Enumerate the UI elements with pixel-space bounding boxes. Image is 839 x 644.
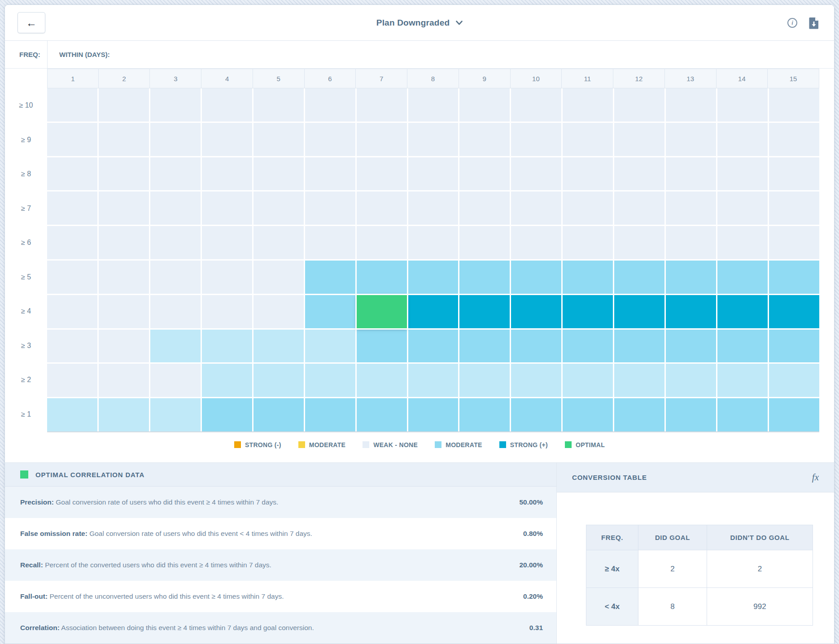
heatmap-cell[interactable] xyxy=(253,191,304,225)
heatmap-cell[interactable] xyxy=(150,191,201,225)
heatmap-cell[interactable] xyxy=(769,398,819,431)
heatmap-cell[interactable] xyxy=(305,398,355,431)
heatmap-cell[interactable] xyxy=(563,88,613,122)
heatmap-cell[interactable] xyxy=(47,157,97,191)
heatmap-cell[interactable] xyxy=(253,261,304,294)
heatmap-cell[interactable] xyxy=(769,88,819,122)
heatmap-cell[interactable] xyxy=(47,364,97,397)
heatmap-cell[interactable] xyxy=(99,123,149,156)
heatmap-cell[interactable] xyxy=(150,157,201,191)
heatmap-cell[interactable] xyxy=(563,295,613,328)
heatmap-cell[interactable] xyxy=(150,364,201,397)
heatmap-cell[interactable] xyxy=(614,330,664,363)
heatmap-cell[interactable] xyxy=(717,123,768,156)
heatmap-cell[interactable] xyxy=(769,295,819,328)
heatmap-cell[interactable] xyxy=(408,295,459,328)
heatmap-cell[interactable] xyxy=(408,226,459,259)
heatmap-cell[interactable] xyxy=(150,398,201,431)
heatmap-cell[interactable] xyxy=(666,364,716,397)
heatmap-cell[interactable] xyxy=(357,123,407,156)
heatmap-cell[interactable] xyxy=(305,226,355,259)
heatmap-cell[interactable] xyxy=(459,364,510,397)
heatmap-cell[interactable] xyxy=(511,398,561,431)
heatmap-cell[interactable] xyxy=(99,364,149,397)
heatmap-cell[interactable] xyxy=(717,398,768,431)
heatmap-cell[interactable] xyxy=(563,261,613,294)
heatmap-cell[interactable] xyxy=(563,123,613,156)
heatmap-cell[interactable] xyxy=(408,330,459,363)
heatmap-cell[interactable] xyxy=(253,364,304,397)
heatmap-cell[interactable] xyxy=(563,226,613,259)
heatmap-cell[interactable] xyxy=(253,157,304,191)
heatmap-cell[interactable] xyxy=(357,88,407,122)
heatmap-cell[interactable] xyxy=(511,191,561,225)
heatmap-cell[interactable] xyxy=(666,295,716,328)
heatmap-cell[interactable] xyxy=(769,330,819,363)
heatmap-cell[interactable] xyxy=(150,330,201,363)
heatmap-cell[interactable] xyxy=(202,330,252,363)
heatmap-cell[interactable] xyxy=(99,398,149,431)
heatmap-cell[interactable] xyxy=(47,191,97,225)
heatmap-cell[interactable] xyxy=(666,157,716,191)
heatmap-cell[interactable] xyxy=(563,330,613,363)
heatmap-cell[interactable] xyxy=(563,398,613,431)
heatmap-cell[interactable] xyxy=(717,330,768,363)
heatmap-cell[interactable] xyxy=(717,157,768,191)
heatmap-cell[interactable] xyxy=(408,398,459,431)
heatmap-cell[interactable] xyxy=(99,295,149,328)
heatmap-cell[interactable] xyxy=(563,157,613,191)
heatmap-cell[interactable] xyxy=(253,88,304,122)
heatmap-optimal-cell[interactable] xyxy=(357,295,407,328)
heatmap-cell[interactable] xyxy=(47,226,97,259)
heatmap-cell[interactable] xyxy=(202,261,252,294)
heatmap-cell[interactable] xyxy=(511,261,561,294)
heatmap-cell[interactable] xyxy=(717,226,768,259)
heatmap-cell[interactable] xyxy=(99,261,149,294)
heatmap-cell[interactable] xyxy=(717,88,768,122)
heatmap-cell[interactable] xyxy=(459,123,510,156)
title-dropdown[interactable]: Plan Downgraded xyxy=(5,5,834,41)
heatmap-cell[interactable] xyxy=(614,398,664,431)
heatmap-cell[interactable] xyxy=(614,88,664,122)
heatmap-cell[interactable] xyxy=(357,261,407,294)
heatmap-cell[interactable] xyxy=(614,157,664,191)
heatmap-cell[interactable] xyxy=(99,226,149,259)
download-icon[interactable] xyxy=(809,17,819,29)
heatmap-cell[interactable] xyxy=(511,88,561,122)
heatmap-cell[interactable] xyxy=(47,330,97,363)
heatmap-cell[interactable] xyxy=(150,88,201,122)
heatmap-cell[interactable] xyxy=(357,398,407,431)
heatmap-cell[interactable] xyxy=(511,295,561,328)
heatmap-cell[interactable] xyxy=(357,330,407,363)
heatmap-cell[interactable] xyxy=(99,88,149,122)
heatmap-cell[interactable] xyxy=(769,123,819,156)
heatmap-cell[interactable] xyxy=(769,261,819,294)
heatmap-cell[interactable] xyxy=(305,330,355,363)
heatmap-cell[interactable] xyxy=(99,191,149,225)
heatmap-cell[interactable] xyxy=(47,123,97,156)
heatmap-cell[interactable] xyxy=(408,88,459,122)
heatmap-cell[interactable] xyxy=(408,364,459,397)
heatmap-cell[interactable] xyxy=(150,295,201,328)
heatmap-cell[interactable] xyxy=(357,364,407,397)
heatmap-cell[interactable] xyxy=(614,191,664,225)
heatmap-cell[interactable] xyxy=(769,191,819,225)
heatmap-cell[interactable] xyxy=(47,398,97,431)
heatmap-cell[interactable] xyxy=(666,261,716,294)
heatmap-cell[interactable] xyxy=(563,364,613,397)
heatmap-cell[interactable] xyxy=(202,364,252,397)
heatmap-cell[interactable] xyxy=(511,123,561,156)
heatmap-cell[interactable] xyxy=(47,88,97,122)
heatmap-cell[interactable] xyxy=(99,330,149,363)
heatmap-cell[interactable] xyxy=(408,157,459,191)
heatmap-cell[interactable] xyxy=(253,398,304,431)
heatmap-cell[interactable] xyxy=(408,191,459,225)
heatmap-cell[interactable] xyxy=(666,398,716,431)
heatmap-cell[interactable] xyxy=(357,191,407,225)
heatmap-cell[interactable] xyxy=(614,295,664,328)
info-icon[interactable]: i xyxy=(787,18,797,28)
heatmap-cell[interactable] xyxy=(357,157,407,191)
heatmap-cell[interactable] xyxy=(459,261,510,294)
heatmap-cell[interactable] xyxy=(253,123,304,156)
heatmap-cell[interactable] xyxy=(459,330,510,363)
